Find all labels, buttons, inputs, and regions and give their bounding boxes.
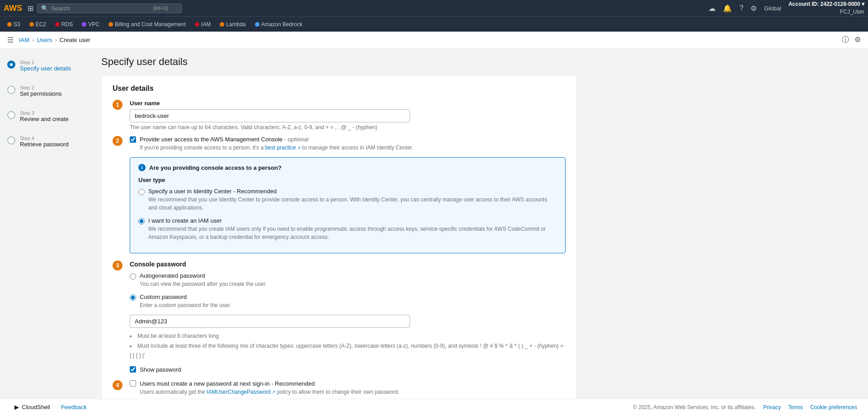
show-password-checkbox[interactable] <box>130 366 136 373</box>
radio-custom-title[interactable]: Custom password <box>140 294 187 300</box>
bell-icon[interactable]: 🔔 <box>723 4 732 13</box>
settings-circle-icon[interactable]: ⚙ <box>854 35 861 45</box>
breadcrumb-bar: ☰ IAM › Users › Create user ⓘ ⚙ <box>0 32 868 49</box>
cloud-icon[interactable]: ☁ <box>708 4 716 13</box>
service-bedrock[interactable]: Amazon Bedrock <box>251 20 306 29</box>
radio-iam-user-title[interactable]: I want to create an IAM user <box>148 217 222 224</box>
grid-icon[interactable]: ⊞ <box>28 4 33 13</box>
radio-custom-desc: Enter a custom password for the user. <box>140 301 566 309</box>
console-access-checkbox-label[interactable]: Provide user access to the AWS Managemen… <box>130 136 566 143</box>
billing-dot <box>108 22 113 27</box>
show-password-label[interactable]: Show password <box>130 366 566 373</box>
step-2-indicator <box>7 86 15 94</box>
step-1-indicator <box>7 61 15 69</box>
service-ec2[interactable]: EC2 <box>26 20 50 29</box>
step-1-item: Step 1 Specify user details <box>7 60 83 77</box>
breadcrumb-iam[interactable]: IAM <box>19 37 29 43</box>
bottom-right: © 2025, Amazon Web Services, Inc. or its… <box>633 404 857 410</box>
service-rds[interactable]: RDS <box>52 20 76 29</box>
account-info[interactable]: Account ID: 2422-0128-0000 ▾ FCJ_User <box>788 0 864 16</box>
step-2-title[interactable]: Set permissions <box>20 90 61 97</box>
must-change-password-label[interactable]: Users must create a new password at next… <box>130 380 566 387</box>
radio-iam-user: I want to create an IAM user We recommen… <box>138 217 557 241</box>
step-4-indicator <box>7 136 15 145</box>
top-navigation-bar: AWS ⊞ 🔍 [Alt+S] ☁ 🔔 ? ⚙ Global Account I… <box>0 0 868 16</box>
step-1-label: Step 1 <box>20 60 71 65</box>
bottom-bar: ▶ CloudShell Feedback © 2025, Amazon Web… <box>0 399 868 415</box>
search-bar[interactable]: 🔍 [Alt+S] <box>37 4 182 13</box>
settings-icon[interactable]: ⚙ <box>750 4 757 13</box>
step-3-title[interactable]: Review and create <box>20 116 69 122</box>
feedback-button[interactable]: Feedback <box>61 404 87 410</box>
region-selector[interactable]: Global <box>764 5 781 12</box>
radio-custom-password: Custom password Enter a custom password … <box>130 294 566 309</box>
radio-iam-user-desc: We recommend that you create IAM users o… <box>148 225 557 241</box>
search-icon: 🔍 <box>41 5 48 12</box>
info-box-header: i Are you providing console access to a … <box>138 164 557 171</box>
aws-logo: AWS <box>4 4 22 13</box>
breadcrumb-users[interactable]: Users <box>37 37 52 43</box>
terminal-icon: ▶ <box>14 404 19 410</box>
step-4-item: Step 4 Retrieve password <box>7 135 83 148</box>
bedrock-dot <box>255 22 259 27</box>
radio-iam-user-content: I want to create an IAM user We recommen… <box>148 217 557 241</box>
best-practice-link[interactable]: best practice <box>265 145 301 151</box>
step-1-connector <box>13 69 14 75</box>
radio-iam-user-input[interactable] <box>138 218 145 224</box>
console-access-text: Provide user access to the AWS Managemen… <box>140 136 308 143</box>
account-user: FCJ_User <box>788 8 864 16</box>
vpc-label: VPC <box>88 21 99 28</box>
radio-custom-input[interactable] <box>130 294 136 301</box>
bottom-left: ▶ CloudShell Feedback <box>11 402 87 412</box>
step-badge-4: 4 <box>113 380 123 390</box>
breadcrumb-sep-2: › <box>55 37 57 43</box>
service-billing[interactable]: Billing and Cost Management <box>105 20 189 29</box>
main-container: Step 1 Specify user details Step 2 Set p… <box>0 49 868 415</box>
console-access-info-box: i Are you providing console access to a … <box>130 157 566 253</box>
step-3-indicator <box>7 111 15 119</box>
help-icon[interactable]: ? <box>739 4 743 12</box>
lambda-dot <box>220 22 224 27</box>
service-vpc[interactable]: VPC <box>78 20 103 29</box>
console-access-hint: If you're providing console access to a … <box>140 145 566 151</box>
service-iam[interactable]: IAM <box>191 20 214 29</box>
info-box-question: Are you providing console access to a pe… <box>149 164 282 171</box>
rds-label: RDS <box>61 21 73 28</box>
breadcrumb-actions: ⓘ ⚙ <box>842 35 861 45</box>
radio-identity-center-content: Specify a user in Identity Center - Reco… <box>148 188 557 212</box>
breadcrumb: IAM › Users › Create user <box>19 37 90 43</box>
radio-identity-center-input[interactable] <box>138 189 145 195</box>
step-badge-1: 1 <box>113 100 123 110</box>
search-input[interactable] <box>51 5 151 12</box>
cloudshell-button[interactable]: ▶ CloudShell <box>11 402 54 412</box>
hamburger-menu[interactable]: ☰ <box>7 36 14 44</box>
custom-password-input[interactable] <box>130 315 410 328</box>
console-access-checkbox[interactable] <box>130 136 136 143</box>
info-circle-icon[interactable]: ⓘ <box>842 35 849 45</box>
service-s3[interactable]: S3 <box>4 20 24 29</box>
step-2-item: Step 2 Set permissions <box>7 85 83 102</box>
bedrock-label: Amazon Bedrock <box>261 21 302 28</box>
radio-autogenerated-input[interactable] <box>130 273 136 280</box>
radio-autogenerated-title[interactable]: Autogenerated password <box>140 272 205 279</box>
step-4-title[interactable]: Retrieve password <box>20 141 69 148</box>
radio-autogenerated: Autogenerated password You can view the … <box>130 272 566 288</box>
radio-autogenerated-content: Autogenerated password You can view the … <box>140 272 566 288</box>
step-badge-2: 2 <box>113 136 123 146</box>
iam-change-password-link[interactable]: IAMUserChangePassword <box>207 389 275 395</box>
must-change-password-checkbox[interactable] <box>130 380 136 387</box>
step-1-title[interactable]: Specify user details <box>20 65 71 72</box>
step-4-label: Step 4 <box>20 135 69 141</box>
ec2-dot <box>29 22 34 27</box>
search-shortcut: [Alt+S] <box>153 5 168 11</box>
content-area: Specify user details User details 1 User… <box>90 49 588 415</box>
account-id: Account ID: 2422-0128-0000 ▾ <box>788 0 864 8</box>
radio-identity-center-title[interactable]: Specify a user in Identity Center - Reco… <box>148 188 277 195</box>
cookie-preferences-link[interactable]: Cookie preferences <box>810 404 857 410</box>
service-lambda[interactable]: Lambda <box>216 20 249 29</box>
service-bar: S3 EC2 RDS VPC Billing and Cost Manageme… <box>0 16 868 32</box>
terms-link[interactable]: Terms <box>788 404 803 410</box>
ec2-label: EC2 <box>36 21 46 28</box>
privacy-link[interactable]: Privacy <box>763 404 781 410</box>
username-input[interactable] <box>130 109 410 122</box>
